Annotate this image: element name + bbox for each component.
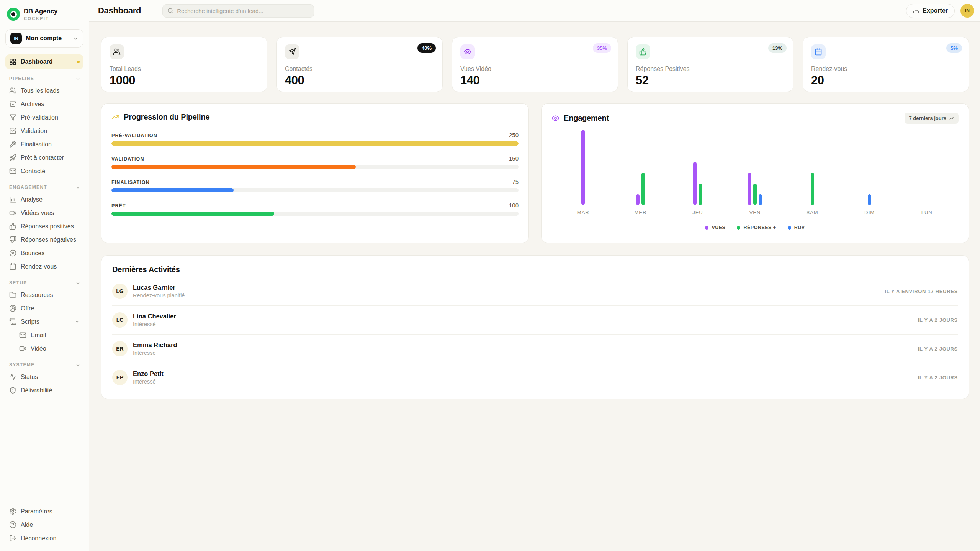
search-icon	[167, 8, 173, 14]
thumbs-up-icon	[9, 223, 16, 230]
sidebar-item-dashboard[interactable]: Dashboard	[5, 54, 83, 69]
activity-avatar: LG	[112, 284, 128, 299]
pipeline-bars: PRÉ-VALIDATION250VALIDATION150FINALISATI…	[111, 132, 519, 216]
stat-badge: 13%	[768, 43, 787, 53]
pipeline-stage-label: PRÉ-VALIDATION	[111, 133, 157, 138]
stat-badge: 35%	[593, 43, 611, 53]
user-avatar[interactable]: IN	[960, 4, 974, 18]
pipeline-stage-label: PRÊT	[111, 203, 126, 208]
chart-day-label: JEU	[669, 210, 726, 215]
sidebar-section-systeme[interactable]: SYSTÈME	[9, 362, 80, 367]
sidebar-item-label: Contacté	[21, 168, 45, 175]
sidebar-item-delivrabilite[interactable]: Délivrabilité	[5, 384, 83, 397]
sidebar-item-label: Offre	[21, 305, 34, 312]
activity-name: Lucas Garnier	[133, 284, 185, 291]
stat-card-contactes[interactable]: 40%Contactés400	[276, 37, 443, 92]
activity-status: Intéressé	[133, 350, 177, 356]
activity-row[interactable]: LCLina ChevalierIntéresséIL Y A 2 JOURS	[112, 306, 958, 335]
sidebar-item-reponses-negatives[interactable]: Réponses négatives	[5, 233, 83, 246]
sidebar-item-analyse[interactable]: Analyse	[5, 193, 83, 206]
sidebar-section-engagement[interactable]: ENGAGEMENT	[9, 185, 80, 190]
legend-label: VUES	[712, 225, 725, 230]
export-button[interactable]: Exporter	[906, 4, 955, 18]
sidebar-section-label: ENGAGEMENT	[9, 185, 47, 190]
pipeline-bar-track	[111, 188, 519, 192]
sidebar-item-video[interactable]: Vidéo	[5, 342, 83, 355]
stat-value: 1000	[110, 74, 259, 87]
sidebar-item-label: Analyse	[21, 196, 43, 203]
sidebar-item-tous-les-leads[interactable]: Tous les leads	[5, 84, 83, 97]
dashboard-content: Total Leads100040%Contactés40035%Vues Vi…	[89, 22, 980, 551]
pipeline-bar-track	[111, 165, 519, 169]
sidebar-footer: ParamètresAideDéconnexion	[5, 499, 83, 551]
activities-list: LGLucas GarnierRendez-vous planifiéIL Y …	[112, 277, 958, 392]
engagement-panel-header: Engagement 7 derniers jours	[551, 113, 959, 124]
sidebar-item-label: Déconnexion	[21, 535, 56, 542]
activity-row[interactable]: EPEnzo PetitIntéresséIL Y A 2 JOURS	[112, 363, 958, 392]
stat-label: Contactés	[285, 66, 434, 72]
sidebar-item-deconnexion[interactable]: Déconnexion	[5, 531, 83, 545]
chart-day-group-mar	[555, 130, 612, 205]
sidebar-item-aide[interactable]: Aide	[5, 518, 83, 531]
stat-card-vues-video[interactable]: 35%Vues Vidéo140	[452, 37, 618, 92]
account-switcher[interactable]: IN Mon compte	[5, 29, 83, 48]
archive-icon	[9, 100, 16, 108]
logout-icon	[9, 535, 16, 542]
sidebar-item-rendez-vous[interactable]: Rendez-vous	[5, 260, 83, 273]
chevron-down-icon	[75, 76, 80, 81]
pipeline-row-pre-validation: PRÉ-VALIDATION250	[111, 132, 519, 146]
sidebar-item-reponses-positives[interactable]: Réponses positives	[5, 220, 83, 233]
gear-icon	[9, 508, 16, 515]
sidebar-item-finalisation[interactable]: Finalisation	[5, 138, 83, 151]
stat-card-reponses-positives[interactable]: 13%Réponses Positives52	[627, 37, 793, 92]
pipeline-bar-fill	[111, 188, 234, 192]
stat-card-icon-wrap	[110, 44, 124, 59]
chevron-down-icon	[75, 362, 80, 367]
eye-icon	[551, 114, 560, 122]
chart-day-label: DIM	[841, 210, 898, 215]
pipeline-stage-value: 150	[509, 155, 519, 162]
stat-label: Rendez-vous	[811, 66, 960, 72]
sidebar-section-pipeline[interactable]: PIPELINE	[9, 76, 80, 81]
sidebar-section-setup[interactable]: SETUP	[9, 280, 80, 285]
search-input[interactable]	[177, 8, 309, 14]
activity-info: Lina ChevalierIntéressé	[133, 313, 176, 327]
chart-bar	[753, 184, 757, 205]
search-box[interactable]	[162, 4, 314, 18]
stat-card-total-leads[interactable]: Total Leads1000	[101, 37, 267, 92]
sidebar-item-label: Status	[21, 374, 38, 380]
stat-card-icon-wrap	[460, 44, 475, 59]
sidebar-section-label: SETUP	[9, 280, 27, 285]
sidebar-item-email[interactable]: Email	[5, 328, 83, 342]
sidebar-item-pret-a-contacter[interactable]: Prêt à contacter	[5, 151, 83, 164]
sidebar-item-parametres[interactable]: Paramètres	[5, 505, 83, 518]
activity-row[interactable]: LGLucas GarnierRendez-vous planifiéIL Y …	[112, 277, 958, 306]
period-selector[interactable]: 7 derniers jours	[905, 113, 959, 124]
sidebar-item-bounces[interactable]: Bounces	[5, 246, 83, 260]
sidebar-item-ressources[interactable]: Ressources	[5, 288, 83, 302]
stat-value: 140	[460, 74, 610, 87]
chart-bar	[811, 173, 814, 205]
main-area: Dashboard Exporter IN Total Leads100040%…	[89, 0, 980, 551]
sidebar-item-status[interactable]: Status	[5, 370, 83, 384]
sidebar-item-videos-vues[interactable]: Vidéos vues	[5, 206, 83, 220]
sidebar-item-offre[interactable]: Offre	[5, 302, 83, 315]
mail-icon	[19, 331, 26, 339]
chart-day-label: MER	[612, 210, 669, 215]
sidebar-item-contacte[interactable]: Contacté	[5, 164, 83, 178]
stat-card-rendez-vous[interactable]: 5%Rendez-vous20	[803, 37, 969, 92]
sidebar-item-validation[interactable]: Validation	[5, 124, 83, 138]
stat-value: 52	[636, 74, 785, 87]
sidebar-item-label: Bounces	[21, 250, 44, 257]
activity-row[interactable]: EREmma RichardIntéresséIL Y A 2 JOURS	[112, 335, 958, 363]
panels-row: Progression du Pipeline PRÉ-VALIDATION25…	[101, 103, 969, 243]
stat-card-icon-wrap	[811, 44, 826, 59]
sidebar-item-scripts[interactable]: Scripts	[5, 315, 83, 328]
pipeline-stage-label: VALIDATION	[111, 156, 144, 162]
activity-info: Lucas GarnierRendez-vous planifié	[133, 284, 185, 298]
sidebar-item-archives[interactable]: Archives	[5, 97, 83, 111]
account-avatar: IN	[10, 33, 22, 44]
pipeline-panel-header: Progression du Pipeline	[111, 113, 519, 121]
sidebar-item-pre-validation[interactable]: Pré-validation	[5, 111, 83, 124]
chart-bar	[641, 173, 645, 205]
